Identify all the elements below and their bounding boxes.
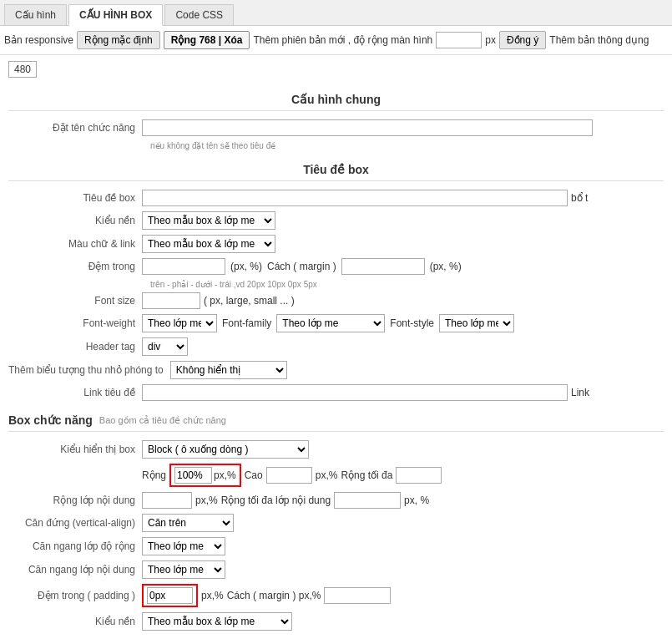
rong-toi-da-lop-unit: px, %: [404, 494, 429, 506]
cach-margin-box-input[interactable]: [324, 587, 391, 604]
cach-margin-unit: (px, %): [430, 261, 462, 272]
cao-label: Cao: [245, 469, 263, 481]
rong-text-label: Rộng: [142, 469, 166, 481]
font-size-note: ( px, large, small ... ): [204, 295, 295, 307]
cao-unit: px,%: [316, 469, 338, 481]
tab-cau-hinh-box[interactable]: CẤU HÌNH BOX: [68, 4, 163, 26]
header-tag-select[interactable]: div h1 h2 h3: [142, 337, 188, 356]
kieu-nen-row: Kiểu nền Theo mẫu box & lớp me Tùy chỉnh: [8, 211, 664, 230]
dem-trong-padding-row: Đệm trong ( padding ) px,% Cách ( margin…: [8, 584, 664, 607]
btn-dong-y[interactable]: Đồng ý: [499, 31, 546, 49]
box-chuc-nang-note: Bao gồm cả tiêu đề chức năng: [99, 415, 226, 426]
can-ngang-nd-label: Căn ngang lớp nội dung: [8, 564, 142, 576]
rong-lop-nd-input[interactable]: [142, 492, 192, 509]
can-ngang-do-rong-row: Căn ngang lớp độ rộng Theo lớp me Trái G…: [8, 537, 664, 555]
header-tag-label: Header tag: [8, 341, 142, 352]
kieu-nen-tieu-de-label: Kiểu nền: [8, 215, 142, 226]
font-style-label: Font-style: [390, 317, 434, 329]
dem-trong-highlighted: [142, 584, 198, 607]
font-weight-label: Font-weight: [8, 317, 142, 329]
tieu-de-label: Tiêu đề box: [8, 192, 142, 204]
dem-trong-tieu-de-row: Đệm trong (px, %) Cách ( margin ) (px, %…: [8, 258, 664, 275]
rong-lop-nd-row: Rộng lớp nội dung px,% Rộng tối đa lớp n…: [8, 492, 664, 509]
toolbar-row2: 480: [0, 55, 672, 80]
dem-trong-padding-label: Đệm trong ( padding ): [8, 590, 142, 601]
dem-trong-px-unit: px,%: [201, 590, 224, 601]
font-family-select[interactable]: Theo lớp me Arial: [276, 314, 385, 332]
tab-code-css[interactable]: Code CSS: [164, 4, 234, 25]
font-size-row: Font size ( px, large, small ... ): [8, 292, 664, 309]
can-ngang-nd-row: Căn ngang lớp nội dung Theo lớp me Trái …: [8, 560, 664, 579]
kieu-hien-thi-label: Kiểu hiển thị box: [8, 444, 142, 455]
rong-highlighted: px,%: [169, 464, 241, 487]
kieu-nen-select[interactable]: Theo mẫu box & lớp me Tùy chỉnh: [142, 211, 275, 230]
rong-toi-da-label: Rộng tối đa: [341, 469, 392, 481]
rong-lop-nd-unit: px,%: [195, 494, 218, 506]
font-weight-row: Font-weight Theo lớp me bold normal Font…: [8, 314, 664, 332]
cao-input[interactable]: [266, 467, 312, 484]
tieu-de-input[interactable]: [142, 190, 568, 206]
rong-input[interactable]: [174, 467, 212, 484]
rong-unit: px,%: [214, 469, 236, 481]
section-title-tieu-de-box: Tiêu đề box: [8, 163, 664, 181]
header-tag-row: Header tag div h1 h2 h3: [8, 337, 664, 356]
tab-cau-hinh[interactable]: Cấu hình: [4, 4, 67, 25]
dem-trong-unit: (px, %): [230, 261, 262, 272]
link-label: Link: [571, 387, 589, 398]
can-dung-label: Căn đứng (vertical-align): [8, 517, 142, 529]
kieu-nen-box-label: Kiểu nền: [8, 616, 142, 627]
cach-margin-tieu-de-label: Cách ( margin ): [267, 261, 336, 272]
mau-chu-row: Màu chữ & link Theo mẫu box & lớp me Tùy…: [8, 235, 664, 253]
can-dung-select[interactable]: Căn trên Căn giữa Căn dưới: [142, 514, 234, 532]
btn-rong-mac-dinh[interactable]: Rộng mặc định: [77, 31, 160, 49]
kieu-hien-thi-select[interactable]: Block ( ô xuống dòng ) Inline: [142, 440, 309, 459]
tabs-bar: Cấu hình CẤU HÌNH BOX Code CSS: [0, 0, 672, 26]
btn-rong-768[interactable]: Rộng 768 | Xóa: [164, 31, 250, 49]
tieu-de-row: Tiêu đề box bổ t: [8, 190, 664, 206]
px-label: px: [485, 34, 496, 46]
dat-ten-label: Đặt tên chức năng: [8, 122, 142, 134]
dat-ten-row: Đặt tên chức năng: [8, 119, 664, 136]
link-tieu-de-row: Link tiêu đề Link: [8, 384, 664, 401]
can-ngang-do-rong-select[interactable]: Theo lớp me Trái Giữa Phải: [142, 537, 225, 555]
dat-ten-input[interactable]: [142, 119, 593, 136]
can-ngang-nd-select[interactable]: Theo lớp me Trái Giữa Phải: [142, 560, 225, 579]
mau-chu-label: Màu chữ & link: [8, 238, 142, 250]
font-weight-select[interactable]: Theo lớp me bold normal: [142, 314, 217, 332]
them-ban-thong-dung-label: Thêm bản thông dụng: [549, 34, 649, 46]
bo-t-label: bổ t: [571, 192, 588, 204]
kieu-nen-box-select[interactable]: Theo mẫu box & lớp me Tùy chỉnh: [142, 612, 292, 631]
section-title-box-chuc-nang: Box chức năng: [8, 413, 93, 427]
cach-margin-tieu-de-input[interactable]: [341, 258, 425, 275]
kieu-hien-thi-row: Kiểu hiển thị box Block ( ô xuống dòng )…: [8, 440, 664, 459]
them-bieu-tuong-select[interactable]: Không hiển thị Hiển thị: [170, 361, 287, 379]
them-bieu-tuong-label: Thêm biểu tượng thu nhỏ phóng to: [8, 364, 170, 376]
mau-chu-select[interactable]: Theo mẫu box & lớp me Tùy chỉnh: [142, 235, 275, 253]
dem-trong-tieu-de-input[interactable]: [142, 258, 225, 275]
rong-toi-da-lop-label: Rộng tối đa lớp nội dung: [221, 494, 331, 506]
cach-margin-box-label: Cách ( margin ) px,%: [227, 590, 321, 601]
toolbar: Bản responsive Rộng mặc định Rộng 768 | …: [0, 26, 672, 55]
main-content: Cấu hình chung Đặt tên chức năng nếu khô…: [0, 93, 672, 631]
them-phien-ban-label: Thêm phiên bản mới , độ rộng màn hình: [253, 34, 432, 46]
width-480-badge[interactable]: 480: [8, 61, 37, 78]
font-size-input[interactable]: [142, 292, 200, 309]
rong-toi-da-input[interactable]: [396, 467, 442, 484]
dem-trong-tieu-de-label: Đệm trong: [8, 261, 142, 272]
dat-ten-note: nếu không đặt tên sẽ theo tiêu đề: [150, 141, 664, 150]
dem-trong-note: trên - phải - dưới - trái ,vd 20px 10px …: [150, 280, 664, 289]
rong-toi-da-lop-input[interactable]: [334, 492, 401, 509]
section-title-cau-hinh-chung: Cấu hình chung: [8, 93, 664, 111]
link-tieu-de-label: Link tiêu đề: [8, 387, 142, 398]
can-ngang-do-rong-label: Căn ngang lớp độ rộng: [8, 540, 142, 552]
link-tieu-de-input[interactable]: [142, 384, 568, 401]
can-dung-row: Căn đứng (vertical-align) Căn trên Căn g…: [8, 514, 664, 532]
rong-row: Rộng px,% Cao px,% Rộng tối đa: [8, 464, 664, 487]
rong-lop-nd-label: Rộng lớp nội dung: [8, 494, 142, 506]
dem-trong-padding-input[interactable]: [147, 587, 193, 604]
font-family-label: Font-family: [222, 317, 271, 329]
responsive-label: Bản responsive: [4, 34, 73, 46]
them-bieu-tuong-row: Thêm biểu tượng thu nhỏ phóng to Không h…: [8, 361, 664, 379]
man-hinh-width-input[interactable]: [436, 32, 482, 48]
font-style-select[interactable]: Theo lớp me normal italic: [439, 314, 514, 332]
